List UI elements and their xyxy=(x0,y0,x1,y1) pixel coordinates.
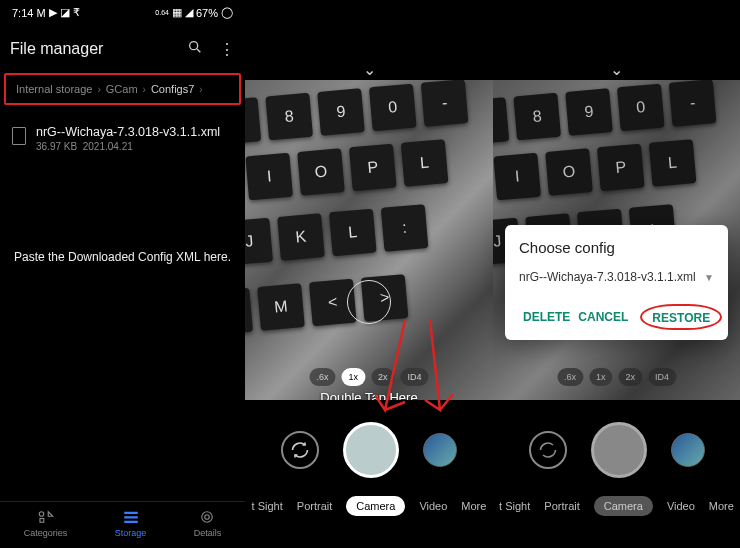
breadcrumb-item[interactable]: Internal storage xyxy=(16,83,92,95)
gallery-thumbnail[interactable] xyxy=(423,433,457,467)
mode-item[interactable]: Portrait xyxy=(297,500,332,512)
mode-row: t Sight Portrait Camera Video More xyxy=(493,496,740,516)
xml-file-icon xyxy=(12,127,26,145)
breadcrumb-item[interactable]: GCam xyxy=(106,83,138,95)
status-bar: 7:14 M ▶ ◪ ₹ 0.64 ▦ ◢ 67% ◯ xyxy=(0,0,245,25)
zoom-option[interactable]: 2x xyxy=(619,368,643,386)
rupee-icon: ₹ xyxy=(73,6,80,19)
chevron-down-icon[interactable]: ⌄ xyxy=(610,60,623,79)
restore-button[interactable]: RESTORE xyxy=(648,307,714,329)
svg-point-0 xyxy=(190,42,198,50)
svg-point-2 xyxy=(39,512,44,517)
zoom-option[interactable]: 1x xyxy=(589,368,613,386)
mode-item[interactable]: More xyxy=(709,500,734,512)
zoom-option[interactable]: ID4 xyxy=(401,368,429,386)
camera-screen-right: ⌄ *890- UIOPL HJKL: .6x 1x 2x ID4 Choose… xyxy=(493,0,740,548)
svg-marker-3 xyxy=(48,512,53,517)
mode-row: t Sight Portrait Camera Video More xyxy=(245,496,493,516)
choose-config-dialog: Choose config nrG--Wichaya-7.3.018-v3.1.… xyxy=(505,225,728,340)
file-name: nrG--Wichaya-7.3.018-v3.1.1.xml xyxy=(36,125,220,139)
gmail-icon: M xyxy=(36,7,45,19)
zoom-option[interactable]: .6x xyxy=(557,368,583,386)
shutter-button[interactable] xyxy=(591,422,647,478)
caret-down-icon: ▼ xyxy=(704,272,714,283)
zoom-option[interactable]: 1x xyxy=(341,368,365,386)
mode-item[interactable]: Portrait xyxy=(544,500,579,512)
data-speed: 0.64 xyxy=(155,9,169,16)
mode-item[interactable]: t Sight xyxy=(252,500,283,512)
selected-config: nrG--Wichaya-7.3.018-v3.1.1.xml xyxy=(519,270,696,284)
svg-point-9 xyxy=(205,515,210,520)
shutter-button[interactable] xyxy=(343,422,399,478)
notif-icon: ◪ xyxy=(60,6,70,19)
cancel-button[interactable]: CANCEL xyxy=(574,306,632,328)
restore-highlight: RESTORE xyxy=(640,304,722,330)
svg-rect-4 xyxy=(40,519,44,523)
double-tap-hint: Double Tap Here xyxy=(320,390,417,400)
mode-item-active[interactable]: Camera xyxy=(594,496,653,516)
paste-hint: Paste the Downloaded Config XML here. xyxy=(0,250,245,264)
chevron-right-icon: › xyxy=(143,84,146,95)
viewfinder[interactable]: *890- UIOPL HJKL: BNM<> Double Tap Here … xyxy=(245,80,493,400)
more-icon[interactable]: ⋮ xyxy=(219,40,235,59)
file-manager-screen: 7:14 M ▶ ◪ ₹ 0.64 ▦ ◢ 67% ◯ File manager… xyxy=(0,0,245,548)
zoom-option[interactable]: 2x xyxy=(371,368,395,386)
chevron-down-icon[interactable]: ⌄ xyxy=(363,60,376,79)
svg-line-1 xyxy=(197,49,200,52)
config-dropdown[interactable]: nrG--Wichaya-7.3.018-v3.1.1.xml ▼ xyxy=(519,270,714,294)
battery-text: 67% xyxy=(196,7,218,19)
delete-button[interactable]: DELETE xyxy=(519,306,574,328)
signal-icon: ◢ xyxy=(185,6,193,19)
zoom-row: .6x 1x 2x ID4 xyxy=(557,368,676,386)
camera-controls xyxy=(493,422,740,478)
svg-rect-5 xyxy=(124,512,138,514)
zoom-row: .6x 1x 2x ID4 xyxy=(309,368,428,386)
gallery-thumbnail[interactable] xyxy=(671,433,705,467)
zoom-option[interactable]: .6x xyxy=(309,368,335,386)
mode-item[interactable]: Video xyxy=(667,500,695,512)
storage-icon xyxy=(122,510,140,524)
mode-item[interactable]: Video xyxy=(419,500,447,512)
chevron-right-icon: › xyxy=(199,84,202,95)
camera-controls xyxy=(245,422,493,478)
switch-camera-button[interactable] xyxy=(281,431,319,469)
dialog-actions: DELETE CANCEL RESTORE xyxy=(519,304,714,330)
nav-storage[interactable]: Storage xyxy=(115,510,147,538)
zoom-option[interactable]: ID4 xyxy=(648,368,676,386)
categories-icon xyxy=(37,510,55,524)
bottom-nav: Categories Storage Details xyxy=(0,501,245,548)
mode-item[interactable]: t Sight xyxy=(499,500,530,512)
file-row[interactable]: nrG--Wichaya-7.3.018-v3.1.1.xml 36.97 KB… xyxy=(0,107,245,160)
youtube-icon: ▶ xyxy=(49,6,57,19)
mode-item-active[interactable]: Camera xyxy=(346,496,405,516)
mode-item[interactable]: More xyxy=(461,500,486,512)
app-title: File manager xyxy=(10,40,103,58)
nfc-icon: ▦ xyxy=(172,6,182,19)
file-meta: 36.97 KB 2021.04.21 xyxy=(36,141,220,152)
chevron-right-icon: › xyxy=(97,84,100,95)
app-header: File manager ⋮ xyxy=(0,25,245,71)
svg-rect-7 xyxy=(124,521,138,523)
breadcrumb[interactable]: Internal storage › GCam › Configs7 › xyxy=(4,73,241,105)
search-icon[interactable] xyxy=(187,39,203,59)
details-icon xyxy=(198,510,216,524)
nav-details[interactable]: Details xyxy=(194,510,222,538)
camera-screen-mid: ⌄ *890- UIOPL HJKL: BNM<> Double Tap Her… xyxy=(245,0,493,548)
svg-point-8 xyxy=(202,512,213,523)
status-time: 7:14 xyxy=(12,7,33,19)
nav-categories[interactable]: Categories xyxy=(24,510,68,538)
focus-ring xyxy=(347,280,391,324)
switch-camera-button[interactable] xyxy=(529,431,567,469)
battery-ring-icon: ◯ xyxy=(221,6,233,19)
dialog-title: Choose config xyxy=(519,239,714,256)
svg-rect-6 xyxy=(124,516,138,518)
breadcrumb-item[interactable]: Configs7 xyxy=(151,83,194,95)
